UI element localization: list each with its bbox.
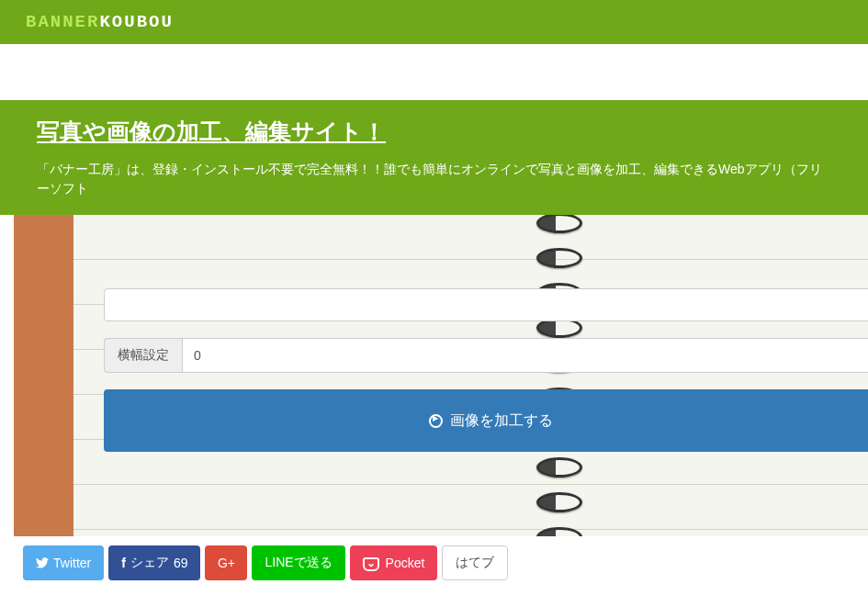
line-share-button[interactable]: LINEで送る <box>252 545 344 580</box>
notebook-background <box>73 215 868 536</box>
pocket-share-button[interactable]: Pocket <box>350 545 438 580</box>
notebook-lines <box>73 215 868 536</box>
page-subtitle: 「バナー工房」は、登録・インストール不要で完全無料！！誰でも簡単にオンラインで写… <box>37 160 831 198</box>
facebook-icon: f <box>121 556 126 570</box>
editor-area: 横幅設定 画像を加工する <box>14 215 868 536</box>
logo-part2: KOUBOU <box>99 12 173 32</box>
bottom-section <box>14 590 868 607</box>
hatena-share-button[interactable]: はてブ <box>442 545 508 580</box>
title-bar: 写真や画像の加工、編集サイト！ 「バナー工房」は、登録・インストール不要で完全無… <box>0 100 868 215</box>
logo-part1: BANNER <box>26 12 99 32</box>
facebook-count: 69 <box>174 556 188 570</box>
width-input[interactable] <box>182 338 868 373</box>
googleplus-share-button[interactable]: G+ <box>205 545 247 580</box>
width-setting-row: 横幅設定 <box>104 338 868 373</box>
facebook-label: シェア <box>130 555 169 571</box>
facebook-share-button[interactable]: f シェア 69 <box>108 545 200 580</box>
hatena-label: はてブ <box>456 555 494 571</box>
header: BANNERKOUBOU <box>0 0 868 44</box>
ad-spacer <box>0 44 868 100</box>
googleplus-icon: G+ <box>218 556 235 570</box>
process-button-label: 画像を加工する <box>450 411 553 431</box>
upload-input[interactable] <box>104 288 868 321</box>
share-buttons: Twitter f シェア 69 G+ LINEで送る Pocket はてブ <box>14 536 868 590</box>
process-button[interactable]: 画像を加工する <box>104 389 868 452</box>
spiral-binding <box>536 215 592 536</box>
twitter-share-button[interactable]: Twitter <box>23 545 104 580</box>
arrow-circle-icon <box>429 414 443 428</box>
twitter-label: Twitter <box>53 556 91 570</box>
twitter-icon <box>36 557 49 568</box>
page-title[interactable]: 写真や画像の加工、編集サイト！ <box>37 117 386 147</box>
line-label: LINEで送る <box>265 555 332 571</box>
width-label: 横幅設定 <box>104 338 182 373</box>
pocket-icon <box>363 555 381 571</box>
logo[interactable]: BANNERKOUBOU <box>26 12 174 32</box>
pocket-label: Pocket <box>386 556 425 570</box>
